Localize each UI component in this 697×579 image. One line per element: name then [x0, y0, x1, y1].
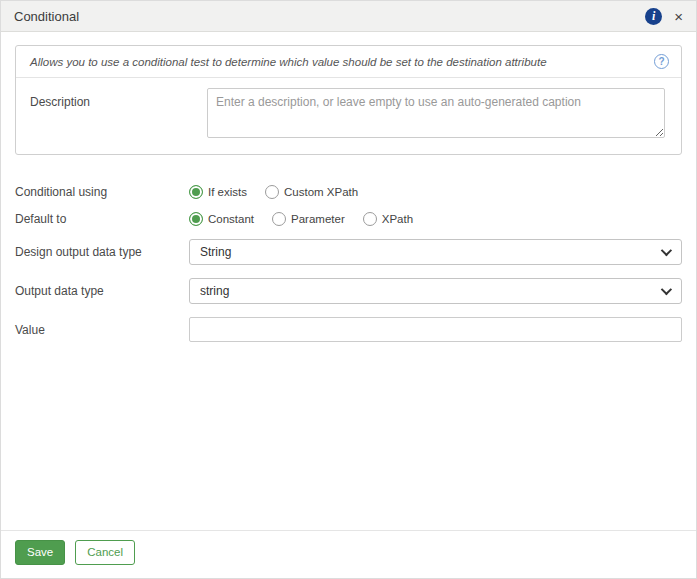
output-data-type-select[interactable]: string: [189, 278, 682, 304]
default-to-label: Default to: [15, 212, 189, 226]
design-output-data-type-select[interactable]: String: [189, 239, 682, 265]
design-output-data-type-row: Design output data type String: [15, 239, 682, 265]
dialog-header: Conditional i ×: [1, 1, 696, 32]
conditional-using-radio-group: If exists Custom XPath: [189, 185, 376, 199]
cancel-button[interactable]: Cancel: [75, 540, 135, 566]
output-data-type-row: Output data type string: [15, 278, 682, 304]
value-input[interactable]: [189, 317, 682, 342]
info-icon[interactable]: i: [645, 8, 662, 25]
default-to-radio-group: Constant Parameter XPath: [189, 212, 431, 226]
conditional-dialog: Conditional i × Allows you to use a cond…: [0, 0, 697, 579]
save-button[interactable]: Save: [15, 540, 65, 566]
output-data-type-value: string: [200, 284, 229, 298]
radio-option-label: Constant: [208, 213, 254, 225]
radio-option-label: XPath: [382, 213, 413, 225]
radio-option-xpath[interactable]: XPath: [363, 212, 413, 226]
chevron-down-icon: [661, 245, 672, 256]
help-icon[interactable]: ?: [654, 54, 669, 69]
radio-option-if-exists[interactable]: If exists: [189, 185, 247, 199]
radio-option-parameter[interactable]: Parameter: [272, 212, 345, 226]
description-panel: Allows you to use a conditional test to …: [15, 45, 682, 155]
radio-option-constant[interactable]: Constant: [189, 212, 254, 226]
radio-unselected-icon: [265, 185, 279, 199]
close-icon[interactable]: ×: [674, 9, 683, 24]
description-row: Description: [16, 78, 681, 154]
radio-unselected-icon: [363, 212, 377, 226]
value-label: Value: [15, 323, 189, 337]
design-output-data-type-label: Design output data type: [15, 245, 189, 259]
radio-option-label: Custom XPath: [284, 186, 358, 198]
dialog-footer: Save Cancel: [1, 530, 696, 579]
conditional-using-row: Conditional using If exists Custom XPath: [15, 185, 682, 199]
description-textarea[interactable]: [207, 88, 665, 138]
design-output-data-type-value: String: [200, 245, 231, 259]
radio-option-label: Parameter: [291, 213, 345, 225]
radio-option-label: If exists: [208, 186, 247, 198]
default-to-row: Default to Constant Parameter XPath: [15, 212, 682, 226]
conditional-using-label: Conditional using: [15, 185, 189, 199]
header-icons: i ×: [645, 8, 683, 25]
chevron-down-icon: [661, 284, 672, 295]
radio-selected-icon: [189, 185, 203, 199]
radio-unselected-icon: [272, 212, 286, 226]
radio-option-custom-xpath[interactable]: Custom XPath: [265, 185, 358, 199]
dialog-title: Conditional: [14, 9, 79, 24]
value-row: Value: [15, 317, 682, 342]
conditional-form: Conditional using If exists Custom XPath…: [1, 185, 696, 342]
output-data-type-label: Output data type: [15, 284, 189, 298]
description-label: Description: [30, 95, 207, 109]
panel-hint-row: Allows you to use a conditional test to …: [16, 46, 681, 78]
panel-hint-text: Allows you to use a conditional test to …: [30, 56, 547, 68]
radio-selected-icon: [189, 212, 203, 226]
